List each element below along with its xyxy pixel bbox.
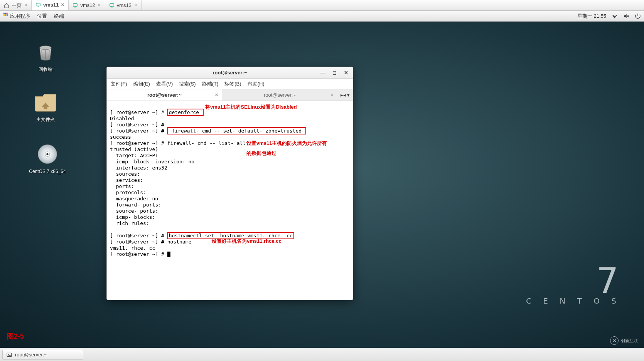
svg-point-9 xyxy=(40,46,51,50)
minimize-button[interactable]: — xyxy=(319,69,327,77)
menu-file[interactable]: 文件(F) xyxy=(111,81,127,87)
term-line: protocols: xyxy=(110,190,146,195)
monitor-icon xyxy=(35,2,41,8)
cursor-icon xyxy=(167,252,170,257)
trash-icon xyxy=(33,39,58,64)
power-icon[interactable] xyxy=(635,13,641,19)
term-line: [ root@server ~] # xyxy=(110,109,167,115)
terminal-icon xyxy=(7,352,12,358)
vm-tab-vms13[interactable]: vms13 ✕ xyxy=(105,0,142,10)
centos-brand: 7 C E N T O S xyxy=(526,265,621,306)
maximize-button[interactable]: ◻ xyxy=(330,69,338,77)
term-line: forward- ports: xyxy=(110,202,161,208)
gnome-taskbar: root@server:~ xyxy=(0,348,644,361)
term-line: trusted (active) xyxy=(110,146,158,152)
menu-search[interactable]: 搜索(S) xyxy=(179,81,196,87)
term-line: [ root@server ~] # firewall- cmd -- list… xyxy=(110,140,246,146)
terminal-titlebar[interactable]: root@server:~ — ◻ ✕ xyxy=(107,67,353,79)
terminal-tabbar: root@server:~ ✕ root@server:~ ✕ ▸◂ ▾ xyxy=(107,89,353,101)
term-line: masquerade: no xyxy=(110,196,158,201)
taskbar-item-terminal[interactable]: root@server:~ xyxy=(2,350,83,360)
vm-tab-bar: 主页 ✕ vms11 ✕ vms12 ✕ vms13 ✕ xyxy=(0,0,644,11)
monitor-icon xyxy=(109,3,115,8)
menu-terminal[interactable]: 终端(T) xyxy=(202,81,219,87)
watermark: ✕ 创新互联 xyxy=(610,336,638,345)
desktop-icon-label: CentOS 7 x86_64 xyxy=(26,169,69,174)
desktop-icon-dvd[interactable]: CentOS 7 x86_64 xyxy=(26,142,69,174)
vm-tab-label: vms11 xyxy=(43,2,59,8)
close-button[interactable]: ✕ xyxy=(342,69,350,77)
term-line: success xyxy=(110,134,131,140)
watermark-text: 创新互联 xyxy=(621,338,638,344)
svg-rect-6 xyxy=(3,14,5,16)
term-line: rich rules: xyxy=(110,220,149,226)
term-line: interfaces: ens32 xyxy=(110,165,167,171)
svg-point-12 xyxy=(46,153,48,155)
svg-rect-1 xyxy=(73,3,78,6)
term-line: [ root@server ~] # xyxy=(110,233,167,238)
network-icon[interactable] xyxy=(612,13,618,19)
watermark-icon: ✕ xyxy=(610,336,619,345)
close-icon[interactable]: ✕ xyxy=(330,92,334,97)
close-icon[interactable]: ✕ xyxy=(215,92,218,97)
disc-icon xyxy=(35,142,60,166)
terminal-tab-label: root@server:~ xyxy=(147,92,182,98)
vm-tab-label: vms12 xyxy=(80,2,95,8)
terminal-window: root@server:~ — ◻ ✕ 文件(F) 编辑(E) 查看(V) 搜索… xyxy=(106,67,353,300)
folder-home-icon xyxy=(33,89,58,114)
svg-rect-4 xyxy=(5,13,7,14)
term-line: source- ports: xyxy=(110,208,158,214)
menu-view[interactable]: 查看(V) xyxy=(156,81,173,87)
terminal-menubar: 文件(F) 编辑(E) 查看(V) 搜索(S) 终端(T) 标签(B) 帮助(H… xyxy=(107,79,353,89)
centos-word: C E N T O S xyxy=(526,296,621,306)
terminal-tab-0[interactable]: root@server:~ ✕ xyxy=(107,89,222,101)
terminal-add-tab[interactable]: ▸◂ ▾ xyxy=(337,89,353,101)
panel-applications[interactable]: 应用程序 xyxy=(3,12,30,20)
menu-tabs[interactable]: 标签(B) xyxy=(224,81,241,87)
menu-edit[interactable]: 编辑(E) xyxy=(133,81,150,87)
desktop: 回收站 主文件夹 CentOS 7 x86_64 root@server:~ —… xyxy=(0,22,644,348)
vm-tab-vms11[interactable]: vms11 ✕ xyxy=(32,0,69,10)
figure-label: 图2-5 xyxy=(7,332,24,341)
cmd-getenforce: getenforce xyxy=(167,109,204,116)
terminal-body[interactable]: [ root@server ~] # getenforce Disabled [… xyxy=(107,101,353,300)
term-line: [ root@server ~] # hostname xyxy=(110,239,191,245)
vm-tab-home[interactable]: 主页 ✕ xyxy=(0,0,32,10)
svg-rect-2 xyxy=(110,3,114,6)
close-icon[interactable]: ✕ xyxy=(134,3,137,8)
desktop-icon-label: 回收站 xyxy=(26,66,65,73)
panel-clock[interactable]: 星期一 21:55 xyxy=(577,13,606,20)
terminal-tab-label: root@server:~ xyxy=(264,92,296,98)
panel-terminal[interactable]: 终端 xyxy=(54,13,64,20)
gnome-top-panel: 应用程序 位置 终端 星期一 21:55 xyxy=(0,11,644,22)
vm-tab-vms12[interactable]: vms12 ✕ xyxy=(69,0,105,10)
panel-places[interactable]: 位置 xyxy=(37,13,47,20)
terminal-title-text: root@server:~ xyxy=(213,70,247,76)
term-line: icmp- blocks: xyxy=(110,214,155,220)
svg-rect-3 xyxy=(3,13,5,14)
close-icon[interactable]: ✕ xyxy=(24,3,27,8)
volume-icon[interactable] xyxy=(623,13,629,19)
close-icon[interactable]: ✕ xyxy=(98,3,101,8)
apps-icon xyxy=(3,12,8,18)
svg-rect-7 xyxy=(5,14,7,16)
taskbar-item-label: root@server:~ xyxy=(15,352,47,358)
desktop-icon-home[interactable]: 主文件夹 xyxy=(26,89,65,123)
svg-rect-8 xyxy=(7,14,8,16)
term-line: target: ACCEPT xyxy=(110,153,158,158)
centos-seven: 7 xyxy=(526,265,621,296)
term-line: services: xyxy=(110,177,143,183)
desktop-icon-label: 主文件夹 xyxy=(26,116,65,123)
cmd-firewall-set: firewall- cmd -- set- default- zone=trus… xyxy=(167,127,306,134)
menu-help[interactable]: 帮助(H) xyxy=(248,81,265,87)
terminal-tab-1[interactable]: root@server:~ ✕ xyxy=(222,89,337,101)
vm-tab-label: vms13 xyxy=(117,2,131,8)
desktop-icon-trash[interactable]: 回收站 xyxy=(26,39,65,73)
vm-tab-home-label: 主页 xyxy=(12,2,22,9)
close-icon[interactable]: ✕ xyxy=(61,2,64,7)
term-line: sources: xyxy=(110,171,140,177)
term-line: Disabled xyxy=(110,116,134,121)
term-line: [ root@server ~] # xyxy=(110,128,167,134)
home-icon xyxy=(4,3,9,8)
annotation-firewall-2: 的数据包通过 xyxy=(246,150,276,156)
